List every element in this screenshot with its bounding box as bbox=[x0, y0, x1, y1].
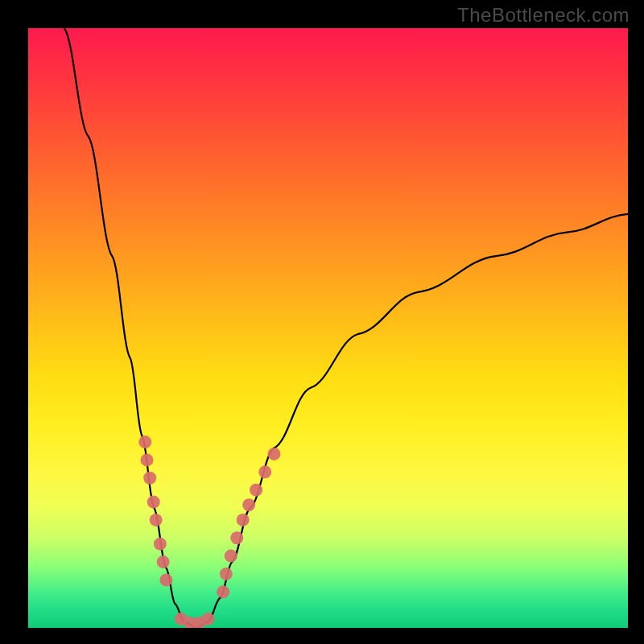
data-marker bbox=[242, 498, 255, 511]
data-marker bbox=[141, 453, 154, 466]
data-marker bbox=[258, 465, 271, 478]
data-marker bbox=[202, 613, 215, 625]
data-marker bbox=[154, 538, 167, 551]
chart-container: TheBottleneck.com bbox=[0, 0, 644, 644]
data-marker bbox=[250, 484, 262, 497]
data-marker bbox=[138, 436, 151, 448]
bottleneck-curve bbox=[64, 28, 628, 628]
data-marker bbox=[157, 555, 170, 568]
data-marker bbox=[147, 496, 160, 509]
chart-svg bbox=[28, 28, 628, 628]
data-marker bbox=[237, 514, 250, 526]
data-marker bbox=[143, 472, 156, 485]
data-marker bbox=[225, 550, 237, 563]
data-marker bbox=[150, 514, 163, 526]
watermark-text: TheBottleneck.com bbox=[457, 4, 630, 27]
data-marker bbox=[159, 573, 172, 586]
data-marker bbox=[267, 448, 280, 460]
data-marker bbox=[220, 568, 233, 580]
data-marker bbox=[217, 585, 229, 598]
data-marker bbox=[230, 531, 243, 544]
plot-area bbox=[28, 28, 628, 628]
